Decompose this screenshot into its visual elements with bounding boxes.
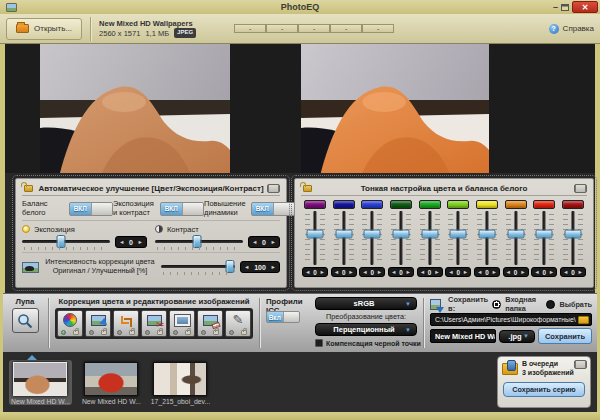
decrement-icon[interactable]: ◄ (244, 264, 249, 270)
increment-icon[interactable]: ► (434, 269, 439, 275)
channel-stepper-yellow[interactable]: ◄0► (474, 267, 500, 277)
filmstrip-item[interactable]: New Mixed HD W... (82, 362, 141, 405)
increment-icon[interactable]: ► (271, 264, 276, 270)
slider-handle[interactable] (536, 229, 553, 238)
preset-button-5[interactable]: - (362, 24, 394, 33)
close-icon[interactable]: ✕ (572, 1, 598, 13)
open-button[interactable]: Открыть... (6, 18, 82, 40)
increment-icon[interactable]: ► (320, 269, 325, 275)
increment-icon[interactable]: ► (491, 269, 496, 275)
checkbox-icon[interactable] (315, 339, 323, 347)
thumbnail-legs[interactable] (13, 362, 67, 396)
rotate-tool[interactable] (85, 310, 111, 337)
channel-stepper-blue[interactable]: ◄0► (359, 267, 385, 277)
color-swatch-green[interactable] (419, 200, 441, 209)
increment-icon[interactable]: ► (377, 269, 382, 275)
slider-handle[interactable] (392, 229, 409, 238)
icc-profile-dropdown[interactable]: sRGB▼ (315, 297, 417, 310)
color-wheel-tool[interactable] (57, 310, 83, 337)
channel-stepper-purple[interactable]: ◄0► (302, 267, 328, 277)
exposure-stepper[interactable]: ◄0► (115, 236, 147, 248)
channel-stepper-red[interactable]: ◄0► (531, 267, 557, 277)
channel-slider-orange[interactable] (504, 211, 528, 265)
grid-icon[interactable] (267, 184, 280, 193)
color-conversion-dropdown[interactable]: Перцепционный▼ (315, 323, 417, 336)
maximize-icon[interactable] (561, 4, 569, 11)
decrement-icon[interactable]: ◄ (448, 269, 453, 275)
preset-button-1[interactable]: - (234, 24, 266, 33)
exposure-slider[interactable] (22, 235, 110, 250)
color-swatch-dark-green[interactable] (390, 200, 412, 209)
channel-slider-dark-green[interactable] (389, 211, 413, 265)
toggle-switch[interactable]: ВКЛ (251, 202, 295, 216)
contrast-slider[interactable] (155, 235, 243, 250)
channel-slider-yellow-green[interactable] (446, 211, 470, 265)
slider-handle[interactable] (335, 229, 352, 238)
cut-tool[interactable]: ✂ (141, 310, 167, 337)
color-swatch-yellow-green[interactable] (447, 200, 469, 209)
slider-handle[interactable] (450, 229, 467, 238)
increment-icon[interactable]: ► (520, 269, 525, 275)
grid-icon[interactable] (574, 360, 587, 369)
preset-button-2[interactable]: - (266, 24, 298, 33)
decrement-icon[interactable]: ◄ (563, 269, 568, 275)
preset-button-4[interactable]: - (330, 24, 362, 33)
slider-handle[interactable] (193, 235, 202, 248)
increment-icon[interactable]: ► (577, 269, 582, 275)
channel-stepper-dark-green[interactable]: ◄0► (388, 267, 414, 277)
thumbnail-car[interactable] (84, 362, 138, 396)
slider-handle[interactable] (478, 229, 495, 238)
channel-stepper-orange[interactable]: ◄0► (503, 267, 529, 277)
black-point-checkbox[interactable]: Компенсация черной точки (315, 339, 417, 347)
filmstrip-item[interactable]: 17_215_oboi_dev... (151, 362, 210, 405)
slider-handle[interactable] (421, 229, 438, 238)
channel-stepper-dark-blue[interactable]: ◄0► (331, 267, 357, 277)
increment-icon[interactable]: ► (271, 239, 276, 245)
filmstrip-item[interactable]: New Mixed HD W... (9, 360, 72, 405)
decrement-icon[interactable]: ◄ (506, 269, 511, 275)
channel-slider-blue[interactable] (360, 211, 384, 265)
pen-tool[interactable]: ✎ (225, 310, 251, 337)
collapse-arrow-icon[interactable] (27, 355, 37, 360)
increment-icon[interactable]: ► (549, 269, 554, 275)
browse-folder-icon[interactable] (578, 316, 589, 324)
color-swatch-purple[interactable] (304, 200, 326, 209)
slider-handle[interactable] (307, 229, 324, 238)
preset-button-3[interactable]: - (298, 24, 330, 33)
decrement-icon[interactable]: ◄ (534, 269, 539, 275)
decrement-icon[interactable]: ◄ (252, 239, 257, 245)
crop-tool[interactable] (113, 310, 139, 337)
decrement-icon[interactable]: ◄ (362, 269, 367, 275)
filename-field[interactable]: New Mixed HD Wallpapers Pac (430, 329, 496, 343)
increment-icon[interactable]: ► (348, 269, 353, 275)
channel-slider-dark-blue[interactable] (332, 211, 356, 265)
frame-tool[interactable] (169, 310, 195, 337)
color-swatch-dark-red[interactable] (562, 200, 584, 209)
thumbnail-window[interactable] (153, 362, 207, 396)
decrement-icon[interactable]: ◄ (305, 269, 310, 275)
channel-stepper-green[interactable]: ◄0► (417, 267, 443, 277)
intensity-slider[interactable] (161, 260, 235, 275)
slider-handle[interactable] (56, 235, 65, 248)
channel-stepper-yellow-green[interactable]: ◄0► (445, 267, 471, 277)
slider-handle[interactable] (564, 229, 581, 238)
decrement-icon[interactable]: ◄ (477, 269, 482, 275)
grid-icon[interactable] (574, 184, 587, 193)
increment-icon[interactable]: ► (406, 269, 411, 275)
icc-toggle[interactable]: Вкл (266, 311, 300, 323)
color-swatch-red[interactable] (533, 200, 555, 209)
save-button[interactable]: Сохранить (538, 328, 592, 344)
save-series-button[interactable]: Сохранить серию (503, 382, 585, 397)
format-dropdown[interactable]: .jpg▼ (499, 330, 535, 343)
input-folder-radio[interactable] (492, 300, 501, 309)
color-swatch-blue[interactable] (361, 200, 383, 209)
slider-handle[interactable] (507, 229, 524, 238)
color-swatch-yellow[interactable] (476, 200, 498, 209)
erase-tool[interactable] (197, 310, 223, 337)
channel-stepper-dark-red[interactable]: ◄0► (560, 267, 586, 277)
color-swatch-dark-blue[interactable] (333, 200, 355, 209)
slider-handle[interactable] (364, 229, 381, 238)
contrast-stepper[interactable]: ◄0► (248, 236, 280, 248)
color-swatch-orange[interactable] (505, 200, 527, 209)
decrement-icon[interactable]: ◄ (391, 269, 396, 275)
